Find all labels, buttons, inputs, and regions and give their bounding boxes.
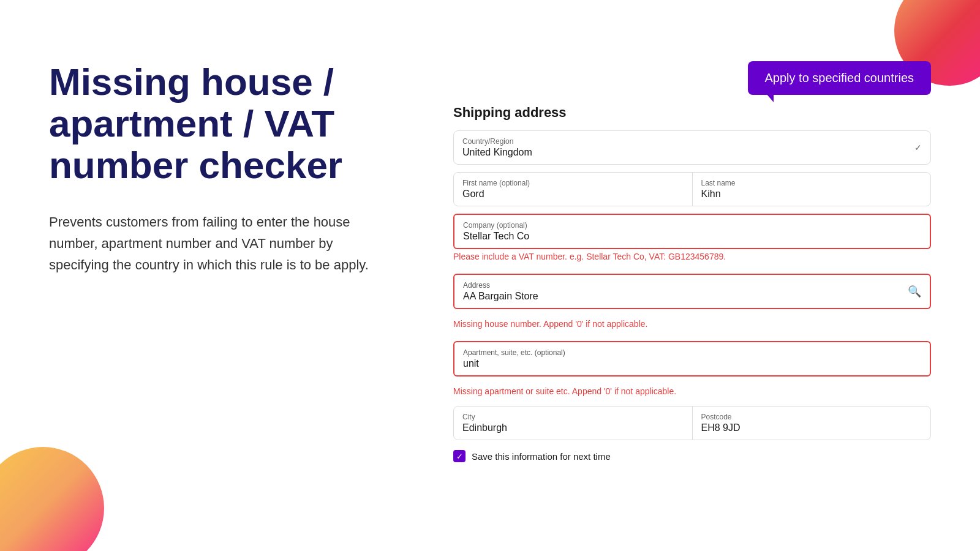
- country-field[interactable]: Country/Region United Kingdom ✓: [454, 131, 930, 164]
- first-name-label: First name (optional): [462, 179, 684, 187]
- address-field[interactable]: Address AA Bargain Store 🔍: [453, 274, 931, 309]
- city-value: Edinburgh: [462, 422, 507, 433]
- tooltip-label: Apply to specified countries: [765, 71, 914, 84]
- apartment-field[interactable]: Apartment, suite, etc. (optional) unit: [453, 341, 931, 377]
- country-field-container: Country/Region United Kingdom ✓: [453, 130, 931, 165]
- company-field[interactable]: Company (optional) Stellar Tech Co: [453, 214, 931, 249]
- address-error-msg: Missing house number. Append '0' if not …: [453, 319, 931, 329]
- apartment-label: Apartment, suite, etc. (optional): [463, 348, 921, 357]
- last-name-label: Last name: [701, 179, 922, 187]
- apartment-value: unit: [463, 358, 479, 369]
- save-checkbox[interactable]: ✓: [453, 450, 466, 462]
- last-name-value: Kihn: [701, 189, 721, 199]
- save-info-row: ✓ Save this information for next time: [453, 450, 931, 462]
- country-label: Country/Region: [462, 137, 922, 146]
- postcode-label: Postcode: [701, 413, 922, 421]
- city-postcode-container: City Edinburgh Postcode EH8 9JD: [453, 406, 931, 440]
- chevron-down-icon: ✓: [914, 143, 922, 152]
- city-label: City: [462, 413, 684, 421]
- shipping-address-heading: Shipping address: [453, 100, 931, 121]
- company-label: Company (optional): [463, 221, 921, 230]
- tooltip-container: Apply to specified countries: [453, 61, 931, 95]
- name-fields-container: First name (optional) Gord Last name Kih…: [453, 172, 931, 206]
- address-label: Address: [463, 281, 921, 290]
- city-field[interactable]: City Edinburgh: [454, 407, 693, 440]
- page-title: Missing house / apartment / VAT number c…: [49, 61, 380, 187]
- company-value: Stellar Tech Co: [463, 231, 529, 241]
- postcode-value: EH8 9JD: [701, 422, 741, 433]
- last-name-field[interactable]: Last name Kihn: [693, 173, 931, 206]
- first-name-value: Gord: [462, 189, 484, 199]
- save-info-label: Save this information for next time: [472, 451, 611, 462]
- vat-hint: Please include a VAT number. e.g. Stella…: [453, 252, 931, 261]
- country-value: United Kingdom: [462, 147, 532, 157]
- apartment-error-msg: Missing apartment or suite etc. Append '…: [453, 386, 931, 396]
- search-icon: 🔍: [908, 285, 921, 298]
- page-description: Prevents customers from failing to enter…: [49, 211, 380, 276]
- first-name-field[interactable]: First name (optional) Gord: [454, 173, 693, 206]
- postcode-field[interactable]: Postcode EH8 9JD: [693, 407, 931, 440]
- address-value: AA Bargain Store: [463, 291, 538, 301]
- apply-countries-tooltip[interactable]: Apply to specified countries: [748, 61, 931, 95]
